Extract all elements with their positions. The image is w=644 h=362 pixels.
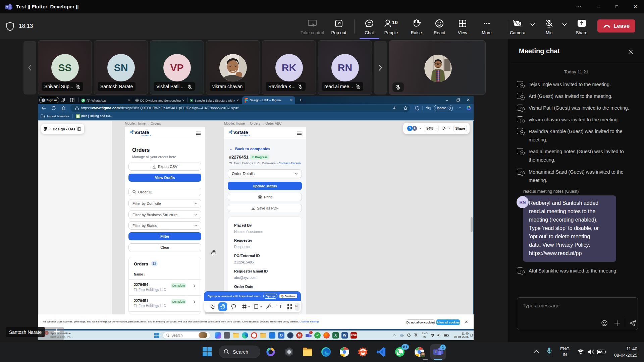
svg-text:T: T xyxy=(435,350,437,354)
svg-text:10: 10 xyxy=(392,19,398,25)
svg-text:FILINGS: FILINGS xyxy=(240,134,250,136)
svg-text:FILINGS: FILINGS xyxy=(142,134,151,136)
svg-text:T: T xyxy=(6,6,8,9)
